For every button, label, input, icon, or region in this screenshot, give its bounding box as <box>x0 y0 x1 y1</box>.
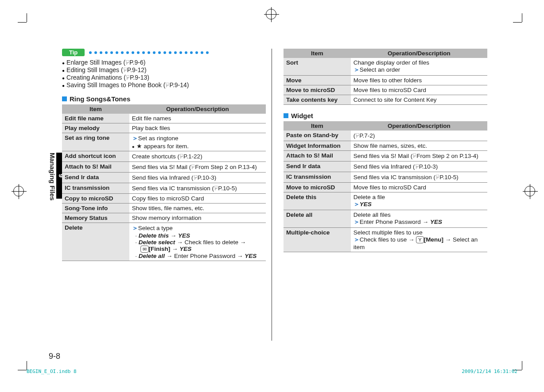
col-head-item: Item <box>284 49 351 58</box>
table-row: Song·Tone infoShow titles, file names, e… <box>62 204 266 213</box>
y-key-icon: Y <box>416 236 424 243</box>
table-row: Edit file nameEdit file names <box>62 114 266 123</box>
section-title: Ring Songs&Tones <box>70 95 130 103</box>
tip-list: Enlarge Still Images (☟P.9-6) Editing St… <box>62 59 266 89</box>
table-row: Widget InformationShow file names, sizes… <box>284 141 487 151</box>
register-mark <box>13 186 24 196</box>
cropmark <box>513 13 531 31</box>
tip-item: Enlarge Still Images (☟P.9-6) <box>62 59 266 66</box>
widget-table: Item Operation/Description Paste on Stan… <box>284 121 487 252</box>
page-ref-icon: ☟ <box>125 59 129 66</box>
page-ref-icon: ☟ <box>123 66 127 74</box>
table-row: Set as ring tone ＞Set as ringtone ★ appe… <box>62 133 266 151</box>
table-row: Send Ir data Send files via Infrared (☟P… <box>62 173 266 183</box>
table-row: Delete this Delete a file＞YES <box>284 192 487 210</box>
table-row: Copy to microSDCopy files to microSD Car… <box>62 194 266 204</box>
table-row: IC transmission Send files via IC transm… <box>284 172 487 183</box>
register-mark <box>525 186 535 196</box>
table-row: Sort Change display order of files＞Selec… <box>284 58 487 76</box>
tip-dots <box>89 51 209 54</box>
col-head-item: Item <box>284 121 351 131</box>
table-row: Memory StatusShow memory information <box>62 213 266 223</box>
left-column: Tip Enlarge Still Images (☟P.9-6) Editin… <box>62 49 266 261</box>
register-mark <box>266 9 276 19</box>
table-row: MoveMove files to other folders <box>284 76 487 85</box>
table-row: Attach to S! Mail Send files via S! Mail… <box>284 151 487 161</box>
right-column: Item Operation/Description Sort Change d… <box>284 49 487 261</box>
table-row: Play melodyPlay back files <box>62 123 266 133</box>
col-head-item: Item <box>62 104 129 114</box>
table-row: Attach to S! Mail Send files via S! Mail… <box>62 162 266 173</box>
page-ref-icon: ☟ <box>126 74 130 81</box>
table-row: Multiple-choice Select multiple files to… <box>284 228 487 252</box>
chapter-label: Managing Files <box>49 153 56 200</box>
table-row: IC transmission Send files via IC transm… <box>62 183 266 194</box>
table-row: Move to microSDMove files to microSD Car… <box>284 183 487 192</box>
cropmark <box>18 13 35 31</box>
footer: BEGIN_E_OI.indb 8 2009/12/14 16:31:02 <box>27 369 517 374</box>
footer-left: BEGIN_E_OI.indb 8 <box>27 369 77 374</box>
table-row: Take contents keyConnect to site for Con… <box>284 95 487 105</box>
right-top-table: Item Operation/Description Sort Change d… <box>284 49 487 105</box>
section-title: Widget <box>291 112 313 119</box>
tip-item: Creating Animations (☟P.9-13) <box>62 74 266 81</box>
tip-item: Editing Still Images (☟P.9-12) <box>62 66 266 74</box>
footer-right: 2009/12/14 16:31:02 <box>462 369 517 374</box>
page-number: 9-8 <box>49 352 60 361</box>
table-row: Paste on Stand-by (☟P.7-2) <box>284 131 487 141</box>
section-bullet-icon <box>284 113 288 118</box>
col-head-op: Operation/Description <box>351 121 487 131</box>
tip-badge: Tip <box>62 49 85 56</box>
table-row: Delete all Delete all files＞Enter Phone … <box>284 210 487 228</box>
page-ref-icon: ☟ <box>165 81 169 89</box>
table-row: Add shortcut icon Create shortcuts (☟P.1… <box>62 151 266 162</box>
col-head-op: Operation/Description <box>129 104 266 114</box>
table-row: Delete ＞Select a type · Delete this → YE… <box>62 223 266 261</box>
section-bullet-icon <box>62 96 67 101</box>
col-head-op: Operation/Description <box>351 49 487 58</box>
ring-songs-table: Item Operation/Description Edit file nam… <box>62 104 266 261</box>
table-row: Move to microSDMove files to microSD Car… <box>284 85 487 95</box>
table-row: Send Ir data Send files via Infrared (☟P… <box>284 161 487 172</box>
mail-key-icon: ✉ <box>140 246 149 253</box>
tip-item: Saving Still Images to Phone Book (☟P.9-… <box>62 81 266 89</box>
